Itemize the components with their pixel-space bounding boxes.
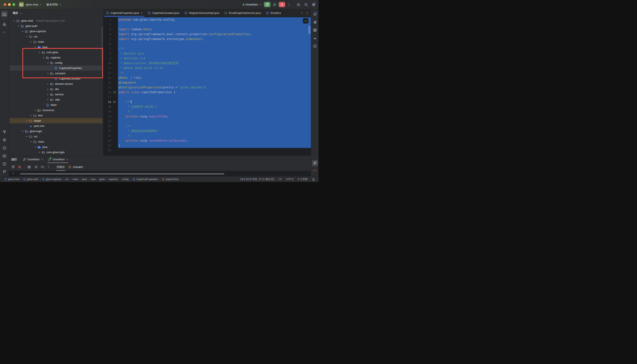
code-line-13[interactable]: @Data 2 个用法 [118, 75, 311, 80]
breadcrumb-item-main[interactable]: main [73, 178, 78, 181]
gutter-line-7[interactable]: 7 [103, 46, 118, 51]
thread-dump-icon[interactable] [27, 165, 31, 169]
indent-setting[interactable]: 4 个空格 [298, 178, 308, 181]
rerun-button[interactable] [264, 2, 271, 7]
hidden-tabs-chevron-icon[interactable] [301, 12, 303, 14]
code-with-me-icon[interactable] [297, 3, 300, 6]
caret-position[interactable]: 18:8 (513 字符, 27 行 换行符) [240, 178, 275, 181]
minimize-window-button[interactable] [8, 3, 11, 6]
stop-button[interactable] [279, 2, 285, 7]
tree-item-domain-enums[interactable]: domain.enums [10, 81, 103, 86]
project-menu[interactable]: glow-chat [26, 3, 42, 6]
project-panel-header[interactable]: 项目 [9, 9, 103, 17]
gauge-icon[interactable] [41, 165, 44, 169]
code-line-3[interactable]: import lombok.Data; [118, 27, 311, 32]
gutter-line-11[interactable]: 11 [103, 66, 118, 70]
code-line-12[interactable]: */ [118, 70, 311, 75]
code-line-26[interactable]: private Long resendIntervalSeconds; [118, 138, 311, 143]
debug-icon[interactable] [273, 2, 277, 6]
gutter-line-21[interactable]: 21 [103, 114, 118, 119]
tree-item-service[interactable]: service [10, 92, 103, 97]
maven-tool-button[interactable]: m [312, 35, 318, 41]
tree-chevron-icon[interactable] [33, 46, 37, 49]
tree-item-main[interactable]: main [10, 39, 103, 44]
editor-tab-emailcaptchaservice-java[interactable]: IEmailCaptchaService.java [222, 9, 263, 16]
close-tab-icon[interactable]: × [66, 158, 68, 161]
editor-tab-emailca[interactable]: CEmailCa [263, 9, 281, 16]
services-tool-button[interactable] [1, 137, 8, 143]
code-line-27[interactable]: } [118, 143, 311, 148]
ai-assistant-button[interactable] [312, 19, 318, 25]
gutter-line-2[interactable]: 2 [103, 22, 118, 27]
tree-chevron-icon[interactable] [46, 93, 50, 96]
code-line-14[interactable]: @Component [118, 80, 311, 85]
tree-chevron-icon[interactable] [46, 72, 50, 75]
notifications-button[interactable] [312, 11, 318, 17]
gutter-line-28[interactable]: 28 [103, 148, 118, 153]
tree-chevron-icon[interactable] [21, 30, 25, 33]
tree-chevron-icon[interactable] [29, 140, 33, 144]
code-line-17[interactable] [118, 95, 311, 100]
tree-chevron-icon[interactable] [33, 108, 37, 112]
problems-tool-button[interactable] [1, 161, 8, 167]
code-line-5[interactable]: import org.springframework.stereotype.Co… [118, 36, 311, 42]
run-tab-glowmain[interactable]: GlowMain× [21, 156, 45, 163]
build-tool-button[interactable] [1, 129, 8, 135]
expand-chevron-icon[interactable] [12, 172, 15, 175]
gutter-line-27[interactable]: 27 [103, 143, 118, 148]
editor-tab-registerserviceimpl-java[interactable]: CRegisterServiceImpl.java [182, 9, 222, 16]
run-tool-button[interactable] [312, 160, 318, 166]
gutter-line-20[interactable]: 20 [103, 109, 118, 114]
tree-chevron-icon[interactable] [29, 40, 33, 44]
settings-gear-icon[interactable] [312, 3, 316, 6]
tree-chevron-icon[interactable] [33, 146, 37, 149]
tree-item-resources[interactable]: resources [10, 108, 103, 113]
code-line-9[interactable]: * @version 1.0 [118, 56, 311, 61]
tree-chevron-icon[interactable] [29, 114, 33, 117]
tree-item-glow-login[interactable]: glow-login [10, 128, 103, 134]
gutter-line-22[interactable]: 22 [103, 119, 118, 124]
gutter-line-13[interactable]: 13 [103, 75, 118, 80]
code-line-1[interactable]: package com.glow.captcha.config; [118, 17, 311, 22]
maximize-window-button[interactable] [13, 3, 15, 6]
tree-chevron-icon[interactable] [16, 24, 21, 28]
line-separator[interactable]: LF [279, 178, 282, 181]
console-tab-actuator[interactable]: Actuator [67, 163, 85, 171]
console-output[interactable] [9, 171, 311, 176]
code-line-21[interactable]: private Long expireTime; [118, 114, 311, 119]
console-hscrollbar[interactable] [20, 173, 224, 175]
tree-chevron-icon[interactable] [37, 51, 42, 54]
gutter-line-5[interactable]: 5 [103, 36, 118, 42]
terminal-tool-button[interactable] [1, 153, 8, 159]
tree-chevron-icon[interactable] [25, 35, 29, 38]
gutter-line-12[interactable]: 12 [103, 70, 118, 75]
tree-chevron-icon[interactable] [46, 61, 50, 64]
tree-item-target[interactable]: target [10, 118, 103, 123]
project-badge[interactable]: GC [19, 2, 24, 7]
tree-item-com-glow-login[interactable]: com.glow.login [10, 150, 103, 155]
spring-bean-icon[interactable] [112, 91, 117, 94]
gutter-line-3[interactable]: 3 [103, 27, 118, 32]
tree-item-config[interactable]: config [10, 60, 103, 66]
gutter-line-19[interactable]: 19 [103, 104, 118, 109]
run-configuration-selector[interactable]: GlowMain [243, 3, 262, 6]
code-line-2[interactable] [118, 22, 311, 27]
close-tab-icon[interactable]: × [41, 158, 43, 161]
inspections-widget[interactable] [303, 18, 308, 24]
gutter-line-26[interactable]: 26 [103, 138, 118, 143]
close-tab-icon[interactable]: × [141, 11, 143, 14]
breadcrumb-item-expiretime[interactable]: fexpireTime [162, 178, 178, 181]
detach-icon[interactable] [34, 165, 38, 169]
gutter-line-25[interactable]: 25 [103, 134, 118, 138]
breadcrumb-item-src[interactable]: src [65, 178, 69, 181]
gutter-line-18[interactable]: 18 [103, 100, 118, 104]
tree-item-pom-xml[interactable]: mpom.xml [10, 123, 103, 128]
tree-chevron-icon[interactable] [25, 135, 29, 138]
code-line-23[interactable]: /** [118, 124, 311, 128]
code-line-11[interactable]: * @date 2025/12/24 17:22 [118, 66, 311, 70]
code-line-25[interactable]: */ [118, 134, 311, 138]
tree-chevron-icon[interactable] [25, 119, 29, 122]
gutter-line-9[interactable]: 9 [103, 56, 118, 61]
project-scrollbar[interactable] [102, 27, 103, 63]
endpoints-tool-button[interactable] [312, 43, 318, 49]
